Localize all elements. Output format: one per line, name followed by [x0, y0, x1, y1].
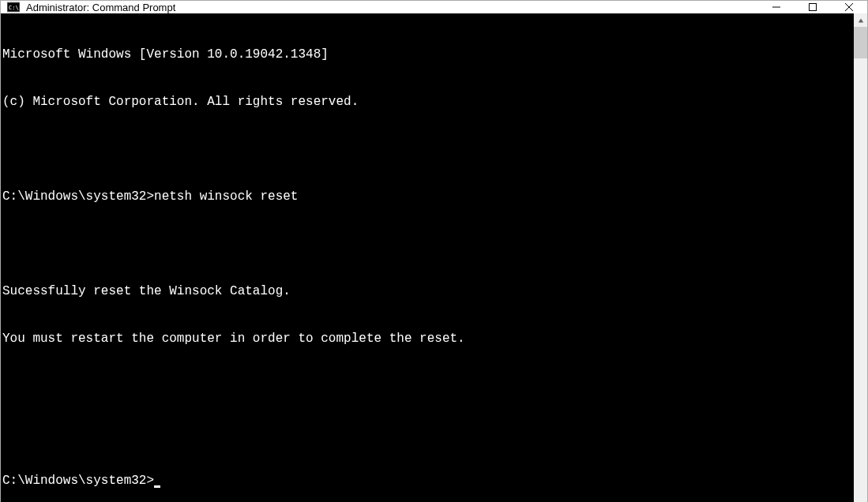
terminal-line — [2, 236, 854, 252]
terminal-line: C:\Windows\system32>netsh winsock reset — [2, 189, 854, 204]
prompt-text: C:\Windows\system32> — [2, 474, 154, 488]
terminal-output[interactable]: Microsoft Windows [Version 10.0.19042.13… — [1, 13, 854, 502]
minimize-button[interactable] — [758, 1, 795, 13]
scrollbar-thumb[interactable] — [854, 27, 867, 58]
svg-marker-6 — [858, 18, 862, 22]
terminal-line — [2, 378, 854, 394]
vertical-scrollbar[interactable] — [854, 13, 867, 502]
maximize-button[interactable] — [795, 1, 831, 13]
titlebar-left: C:\ Administrator: Command Prompt — [7, 1, 175, 13]
content-area: Microsoft Windows [Version 10.0.19042.13… — [1, 13, 867, 502]
terminal-line: (c) Microsoft Corporation. All rights re… — [2, 94, 854, 110]
cursor-icon — [154, 485, 160, 488]
titlebar[interactable]: C:\ Administrator: Command Prompt — [1, 1, 867, 13]
window-controls — [758, 1, 867, 13]
svg-text:C:\: C:\ — [9, 5, 19, 11]
close-button[interactable] — [831, 1, 867, 13]
terminal-line: Sucessfully reset the Winsock Catalog. — [2, 283, 854, 299]
command-prompt-window: C:\ Administrator: Command Prompt Micros… — [0, 0, 868, 502]
scroll-up-button[interactable] — [854, 13, 867, 27]
svg-rect-3 — [810, 4, 817, 11]
scrollbar-track[interactable] — [854, 27, 867, 502]
terminal-line — [2, 425, 854, 441]
window-title: Administrator: Command Prompt — [26, 2, 175, 13]
terminal-prompt-line: C:\Windows\system32> — [2, 473, 854, 489]
terminal-line — [2, 141, 854, 157]
terminal-line: You must restart the computer in order t… — [2, 331, 854, 347]
terminal-line: Microsoft Windows [Version 10.0.19042.13… — [2, 47, 854, 62]
cmd-icon: C:\ — [7, 1, 20, 13]
